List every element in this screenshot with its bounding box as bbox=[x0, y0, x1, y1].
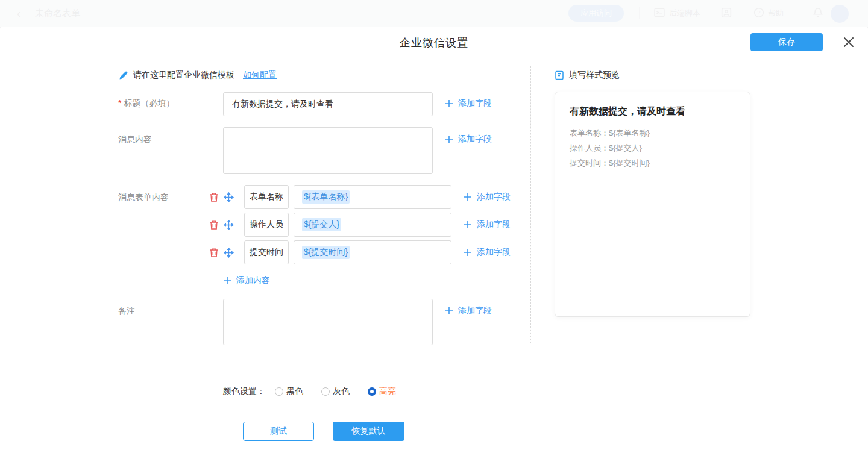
add-content-link[interactable]: 添加内容 bbox=[223, 275, 270, 286]
radio-highlight[interactable] bbox=[368, 387, 376, 396]
radio-gray[interactable] bbox=[321, 387, 330, 396]
plus-icon bbox=[445, 135, 453, 143]
move-icon[interactable] bbox=[224, 248, 234, 258]
radio-black-label[interactable]: 黑色 bbox=[286, 386, 303, 397]
delete-icon[interactable] bbox=[209, 220, 219, 230]
modal-header: 企业微信设置 保存 bbox=[0, 27, 868, 57]
form-content-row: ${提交人} 添加字段 bbox=[209, 213, 511, 237]
config-hint-row: 请在这里配置企业微信模板 如何配置 bbox=[119, 69, 277, 81]
preview-header-text: 填写样式预览 bbox=[569, 70, 620, 81]
config-hint-text: 请在这里配置企业微信模板 bbox=[133, 70, 234, 81]
app-screen: ‹ 未命名表单 应用访问 后端脚本 ? 帮助 企业微信设置 保存 请在这里配置企 bbox=[0, 0, 868, 456]
form-content-label: 消息表单内容 bbox=[118, 192, 169, 203]
radio-gray-label[interactable]: 灰色 bbox=[333, 386, 350, 397]
field-token: ${提交人} bbox=[302, 218, 341, 231]
preview-card: 有新数据提交，请及时查看 表单名称：${表单名称} 操作人员：${提交人} 提交… bbox=[555, 92, 750, 317]
close-icon[interactable] bbox=[843, 36, 855, 48]
plus-icon bbox=[464, 248, 472, 257]
plus-icon bbox=[464, 220, 472, 229]
delete-icon[interactable] bbox=[209, 248, 219, 258]
save-button[interactable]: 保存 bbox=[750, 33, 823, 51]
remark-field-label: 备注 bbox=[118, 306, 135, 317]
row-name-input[interactable] bbox=[244, 185, 289, 209]
plus-icon bbox=[464, 193, 472, 201]
row-name-input[interactable] bbox=[244, 213, 289, 237]
topbar: ‹ 未命名表单 应用访问 后端脚本 ? 帮助 bbox=[0, 0, 868, 27]
plus-icon bbox=[445, 99, 453, 108]
radio-black[interactable] bbox=[275, 387, 283, 396]
wecom-settings-modal: 企业微信设置 保存 请在这里配置企业微信模板 如何配置 *标题（必填） 添加字段… bbox=[0, 27, 868, 456]
color-setting-label: 颜色设置： bbox=[223, 386, 265, 397]
plus-icon bbox=[223, 276, 231, 285]
restore-default-button[interactable]: 恢复默认 bbox=[333, 422, 404, 441]
field-token: ${提交时间} bbox=[302, 246, 350, 259]
modal-title: 企业微信设置 bbox=[0, 36, 868, 50]
add-field-link-message[interactable]: 添加字段 bbox=[445, 134, 492, 145]
color-setting-row: 颜色设置： 黑色 灰色 高亮 bbox=[223, 385, 396, 398]
form-content-row: ${提交时间} 添加字段 bbox=[209, 240, 511, 264]
message-field-label: 消息内容 bbox=[118, 134, 152, 145]
delete-icon[interactable] bbox=[209, 192, 219, 202]
preview-line: 表单名称：${表单名称} bbox=[570, 125, 735, 140]
add-field-link-row[interactable]: 添加字段 bbox=[464, 219, 511, 230]
vertical-dashed-divider bbox=[530, 66, 531, 343]
preview-line: 提交时间：${提交时间} bbox=[570, 155, 735, 170]
add-field-link-row[interactable]: 添加字段 bbox=[464, 192, 511, 202]
title-field-label: *标题（必填） bbox=[118, 98, 174, 109]
message-content-textarea[interactable] bbox=[223, 127, 433, 174]
form-content-row: ${表单名称} 添加字段 bbox=[209, 185, 511, 209]
required-asterisk: * bbox=[118, 98, 121, 108]
document-icon bbox=[555, 70, 564, 80]
title-input[interactable] bbox=[223, 92, 433, 116]
move-icon[interactable] bbox=[224, 192, 234, 202]
row-value-field[interactable]: ${表单名称} bbox=[294, 185, 451, 209]
preview-line: 操作人员：${提交人} bbox=[570, 140, 735, 155]
radio-highlight-label[interactable]: 高亮 bbox=[379, 386, 396, 397]
how-to-configure-link[interactable]: 如何配置 bbox=[243, 70, 277, 81]
add-field-link-title[interactable]: 添加字段 bbox=[445, 98, 492, 109]
remark-textarea[interactable] bbox=[223, 299, 433, 345]
row-value-field[interactable]: ${提交人} bbox=[294, 213, 451, 237]
row-name-input[interactable] bbox=[244, 240, 289, 264]
add-field-link-row[interactable]: 添加字段 bbox=[464, 247, 511, 258]
footer-divider bbox=[124, 407, 524, 407]
move-icon[interactable] bbox=[224, 220, 234, 230]
add-field-link-remark[interactable]: 添加字段 bbox=[445, 305, 492, 316]
plus-icon bbox=[445, 307, 453, 315]
preview-header: 填写样式预览 bbox=[555, 70, 620, 81]
field-token: ${表单名称} bbox=[302, 190, 350, 204]
test-button[interactable]: 测试 bbox=[243, 422, 314, 441]
modal-overlay bbox=[0, 0, 868, 27]
row-value-field[interactable]: ${提交时间} bbox=[294, 240, 451, 264]
preview-title: 有新数据提交，请及时查看 bbox=[570, 105, 735, 118]
pencil-icon bbox=[119, 70, 128, 80]
